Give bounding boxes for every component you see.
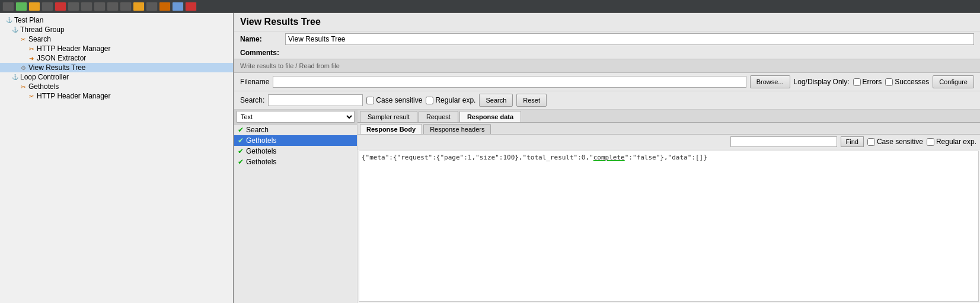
toolbar-btn-11[interactable]	[133, 2, 145, 11]
errors-label: Errors	[863, 78, 882, 86]
results-area: Text ✔ Search ✔ Gethotels	[234, 110, 980, 303]
results-list-panel: Text ✔ Search ✔ Gethotels	[234, 110, 357, 303]
toolbar-btn-9[interactable]	[107, 2, 119, 11]
view-title: View Results Tree	[240, 17, 321, 27]
toolbar-btn-15[interactable]	[185, 2, 197, 11]
tree-item-label-4: HTTP Header Manager	[37, 44, 111, 53]
configure-button[interactable]: Configure	[933, 75, 974, 88]
toolbar-btn-2[interactable]	[15, 2, 27, 11]
toolbar-btn-12[interactable]	[146, 2, 158, 11]
tree-item-label: Test Plan	[14, 16, 43, 24]
find-regular-exp-group: Regular exp.	[927, 138, 976, 146]
filename-row: Filename Browse... Log/Display Only: Err…	[234, 73, 980, 91]
comments-row: Comments:	[234, 47, 980, 59]
case-sensitive-checkbox[interactable]	[366, 97, 374, 104]
result-item-label-gethotels-3: Gethotels	[246, 158, 276, 166]
successes-label: Successes	[895, 78, 929, 86]
case-sensitive-label: Case sensitive	[376, 96, 422, 104]
section-title: Write results to file / Read from file	[240, 62, 340, 69]
name-label: Name:	[240, 35, 282, 43]
browse-button[interactable]: Browse...	[750, 75, 790, 88]
toolbar-btn-10[interactable]	[120, 2, 132, 11]
response-body-text: {"meta":{"request":{"page":1,"size":100}…	[362, 154, 707, 161]
toolbar-btn-14[interactable]	[172, 2, 184, 11]
tree-item-label-8: Gethotels	[28, 82, 59, 91]
reset-button[interactable]: Reset	[516, 94, 547, 107]
file-section: Write results to file / Read from file	[234, 59, 980, 73]
tab-sampler-result[interactable]: Sampler result	[360, 111, 417, 122]
toolbar-btn-6[interactable]	[68, 2, 79, 11]
find-button[interactable]: Find	[841, 136, 864, 147]
tree-item-label-2: Thread Group	[20, 25, 65, 34]
search-button[interactable]: Search	[479, 94, 513, 107]
result-item-label-search: Search	[246, 126, 269, 134]
result-item-gethotels-2[interactable]: ✔ Gethotels	[234, 146, 357, 157]
toolbar-btn-7[interactable]	[81, 2, 92, 11]
toolbar-btn-13[interactable]	[159, 2, 171, 11]
tree-item-view-results[interactable]: ⚙ View Results Tree	[0, 63, 233, 72]
tree-item-http-header-2[interactable]: ✂ HTTP Header Manager	[0, 91, 233, 101]
sub-tabs-bar: Response Body Response headers	[357, 123, 980, 135]
gear-icon: ⚙	[19, 63, 27, 72]
tree-item-http-header[interactable]: ✂ HTTP Header Manager	[0, 44, 233, 53]
result-items: ✔ Search ✔ Gethotels ✔ Gethotels	[234, 125, 357, 303]
filter-bar: Text	[234, 110, 357, 125]
toolbar-btn-3[interactable]	[28, 2, 40, 11]
regular-exp-label: Regular exp.	[435, 96, 475, 104]
result-item-gethotels-3[interactable]: ✔ Gethotels	[234, 157, 357, 167]
anchor-icon-3: ⚓	[11, 73, 19, 81]
result-item-search[interactable]: ✔ Search	[234, 125, 357, 135]
find-case-sensitive-checkbox[interactable]	[867, 138, 875, 146]
check-icon-gethotels-2: ✔	[238, 147, 244, 155]
toolbar-btn-8[interactable]	[94, 2, 106, 11]
successes-checkbox[interactable]	[885, 78, 893, 86]
filename-label: Filename	[240, 78, 269, 86]
tree-item-label-3: Search	[28, 35, 51, 43]
arrow-icon: ➜	[27, 54, 36, 62]
tree-item-test-plan[interactable]: ⚓ Test Plan	[0, 15, 233, 25]
tab-response-data[interactable]: Response data	[459, 111, 521, 122]
scissors-icon-4: ✂	[27, 92, 36, 100]
tree-item-json-extractor[interactable]: ➜ JSON Extractor	[0, 53, 233, 63]
filter-select[interactable]: Text	[237, 111, 355, 123]
tree-item-search[interactable]: ✂ Search	[0, 34, 233, 44]
result-item-label-gethotels-1: Gethotels	[246, 136, 276, 145]
tree-item-loop-controller[interactable]: ⚓ Loop Controller	[0, 72, 233, 82]
tree-item-label-6: View Results Tree	[28, 63, 86, 72]
check-icon-gethotels-3: ✔	[238, 158, 244, 166]
toolbar	[0, 0, 980, 13]
name-row: Name:	[234, 31, 980, 47]
find-input[interactable]	[730, 136, 837, 147]
toolbar-btn-5[interactable]	[55, 2, 66, 11]
find-bar: Find Case sensitive Regular exp.	[357, 135, 980, 149]
regular-exp-checkbox[interactable]	[426, 97, 433, 104]
toolbar-btn-1[interactable]	[2, 2, 14, 11]
tab-request[interactable]: Request	[419, 111, 458, 122]
results-detail-panel: Sampler result Request Response data Res…	[357, 110, 980, 303]
view-header: View Results Tree	[234, 13, 980, 31]
search-input[interactable]	[268, 94, 363, 106]
scissors-icon: ✂	[19, 35, 27, 43]
check-icon-gethotels-1: ✔	[238, 136, 244, 145]
errors-checkbox[interactable]	[853, 78, 861, 86]
errors-checkbox-group: Errors	[853, 78, 882, 86]
result-item-label-gethotels-2: Gethotels	[246, 147, 276, 155]
name-input[interactable]	[285, 33, 974, 45]
content-panel: View Results Tree Name: Comments: Write …	[234, 13, 980, 303]
tree-item-label-5: JSON Extractor	[37, 54, 86, 62]
log-display-label: Log/Display Only:	[794, 78, 850, 86]
find-regular-exp-checkbox[interactable]	[927, 138, 934, 146]
tree-item-thread-group[interactable]: ⚓ Thread Group	[0, 25, 233, 34]
log-display: Log/Display Only: Errors Successes Confi…	[794, 75, 974, 88]
find-regular-exp-label: Regular exp.	[936, 138, 976, 146]
filename-input[interactable]	[273, 76, 746, 88]
find-case-sensitive-group: Case sensitive	[867, 138, 923, 146]
tree-item-gethotels[interactable]: ✂ Gethotels	[0, 82, 233, 91]
result-item-gethotels-1[interactable]: ✔ Gethotels	[234, 135, 357, 146]
search-row: Search: Case sensitive Regular exp. Sear…	[234, 91, 980, 110]
sub-tab-response-body[interactable]: Response Body	[360, 124, 422, 134]
successes-checkbox-group: Successes	[885, 78, 929, 86]
sub-tab-response-headers[interactable]: Response headers	[423, 124, 491, 134]
scissors-icon-2: ✂	[27, 44, 36, 53]
toolbar-btn-4[interactable]	[42, 2, 53, 11]
